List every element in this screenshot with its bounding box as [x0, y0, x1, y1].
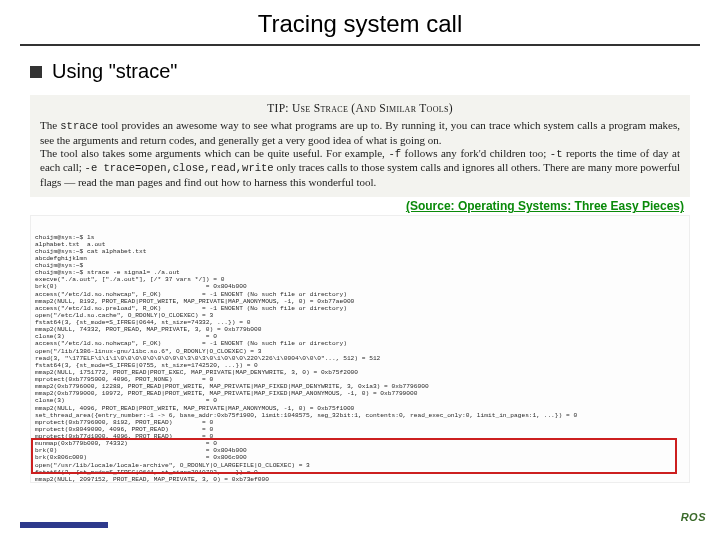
tip-p2-a: The tool also takes some arguments which…	[40, 147, 388, 159]
tip-callout: TIP: Use Strace (And Similar Tools) The …	[30, 95, 690, 197]
tip-p1-a: The	[40, 119, 60, 131]
tip-code-trace: -e trace=open,close,read,write	[85, 162, 274, 174]
tip-code-strace: strace	[60, 120, 98, 132]
bullet-marker-icon	[30, 66, 42, 78]
terminal-lines: choijm@sys:~$ ls alphabet.txt a.out choi…	[35, 234, 685, 484]
strace-terminal-output: choijm@sys:~$ ls alphabet.txt a.out choi…	[30, 215, 690, 483]
bullet-item: Using "strace"	[0, 46, 720, 91]
tip-p2-b: follows any fork'd children too;	[401, 147, 550, 159]
footer-accent-bar	[20, 522, 108, 528]
tip-heading: TIP: Use Strace (And Similar Tools)	[40, 101, 680, 115]
logo-corner: ROS	[636, 504, 706, 530]
source-citation: (Source: Operating Systems: Three Easy P…	[0, 199, 684, 213]
tip-code-f: -f	[388, 148, 401, 160]
logo-text: ROS	[681, 511, 706, 523]
tip-code-t: -t	[550, 148, 563, 160]
tip-p1-b: tool provides an awesome way to see what…	[40, 119, 680, 145]
slide-title: Tracing system call	[20, 0, 700, 46]
bullet-text: Using "strace"	[52, 60, 177, 83]
tip-body: The strace tool provides an awesome way …	[40, 119, 680, 189]
